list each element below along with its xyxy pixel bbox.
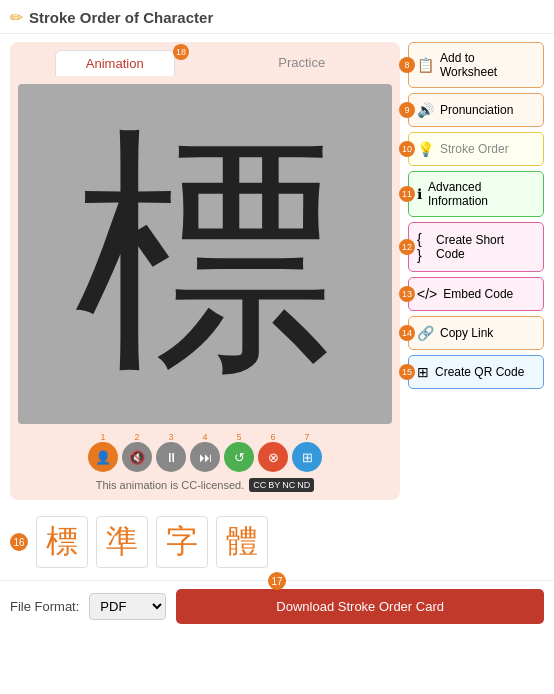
ctrl-number-2: 2 [134, 432, 139, 442]
ctrl-col-4: 4 ⏭ [190, 432, 220, 472]
advanced-label: Advanced Information [428, 180, 535, 208]
badge-15: 15 [399, 364, 415, 380]
page-header: ✏ Stroke Order of Character [0, 0, 554, 34]
ctrl-col-3: 3 ⏸ [156, 432, 186, 472]
ctrl-number-6: 6 [270, 432, 275, 442]
mute-icon: 🔇 [129, 450, 145, 465]
badge-8: 8 [399, 57, 415, 73]
ctrl-btn-fullscreen[interactable]: ⊞ [292, 442, 322, 472]
tabs-container: Animation Practice 18 [18, 50, 392, 76]
ctrl-btn-pause[interactable]: ⏸ [156, 442, 186, 472]
badge-12: 12 [399, 239, 415, 255]
download-section: 17 File Format: PDF PNG SVG Download Str… [0, 580, 554, 634]
char-variant-1[interactable]: 準 [96, 516, 148, 568]
pronunciation-icon: 🔊 [417, 102, 434, 118]
stop-icon: ⊗ [268, 450, 279, 465]
advanced-info-button[interactable]: 11 ℹ Advanced Information [408, 171, 544, 217]
embed-code-button[interactable]: 13 </> Embed Code [408, 277, 544, 311]
stroke-order-button[interactable]: 10 💡 Stroke Order [408, 132, 544, 166]
animation-tab-badge: 18 [173, 44, 189, 60]
qr-code-label: Create QR Code [435, 365, 524, 379]
worksheet-label: Add to Worksheet [440, 51, 535, 79]
cc-by-icon: BY [268, 480, 280, 490]
cc-badge: CC BY NC ND [249, 478, 314, 492]
cc-nc-icon: NC [282, 480, 295, 490]
pause-icon: ⏸ [165, 450, 178, 465]
char-variants-section: 16 標 準 字 體 [0, 508, 554, 576]
ctrl-btn-next[interactable]: ⏭ [190, 442, 220, 472]
copy-link-label: Copy Link [440, 326, 493, 340]
cc-license: This animation is CC-licensed. CC BY NC … [18, 478, 392, 492]
ctrl-col-7: 7 ⊞ [292, 432, 322, 472]
char-variant-0[interactable]: 標 [36, 516, 88, 568]
format-select[interactable]: PDF PNG SVG [89, 593, 166, 620]
char-variant-3[interactable]: 體 [216, 516, 268, 568]
controls-row: 1 👤 2 🔇 3 ⏸ 4 ⏭ [18, 432, 392, 472]
qr-icon: ⊞ [417, 364, 429, 380]
char-variant-2[interactable]: 字 [156, 516, 208, 568]
cc-text: This animation is CC-licensed. [96, 479, 245, 491]
embed-icon: </> [417, 286, 437, 302]
tab-practice[interactable]: Practice [248, 50, 355, 76]
stroke-icon: 💡 [417, 141, 434, 157]
right-panel: 8 📋 Add to Worksheet 9 🔊 Pronunciation 1… [408, 42, 544, 500]
badge-9: 9 [399, 102, 415, 118]
pronunciation-button[interactable]: 9 🔊 Pronunciation [408, 93, 544, 127]
download-button[interactable]: Download Stroke Order Card [176, 589, 544, 624]
badge-11: 11 [399, 186, 415, 202]
advanced-icon: ℹ [417, 186, 422, 202]
next-icon: ⏭ [199, 450, 212, 465]
page-title: Stroke Order of Character [29, 9, 213, 26]
pencil-icon: ✏ [10, 8, 23, 27]
tab-animation[interactable]: Animation [55, 50, 175, 76]
create-short-code-button[interactable]: 12 { } Create Short Code [408, 222, 544, 272]
badge-14: 14 [399, 325, 415, 341]
pronunciation-label: Pronunciation [440, 103, 513, 117]
embed-label: Embed Code [443, 287, 513, 301]
shortcode-label: Create Short Code [436, 233, 535, 261]
add-to-worksheet-button[interactable]: 8 📋 Add to Worksheet [408, 42, 544, 88]
cc-nd-icon: ND [297, 480, 310, 490]
download-row: File Format: PDF PNG SVG Download Stroke… [10, 589, 544, 624]
cc-icon: CC [253, 480, 266, 490]
file-format-label: File Format: [10, 599, 79, 614]
character-display: 標 [75, 124, 335, 384]
ctrl-col-2: 2 🔇 [122, 432, 152, 472]
ctrl-btn-mute[interactable]: 🔇 [122, 442, 152, 472]
ctrl-number-5: 5 [236, 432, 241, 442]
worksheet-icon: 📋 [417, 57, 434, 73]
ctrl-col-1: 1 👤 [88, 432, 118, 472]
variant-badge: 16 [10, 533, 28, 551]
ctrl-number-4: 4 [202, 432, 207, 442]
fullscreen-icon: ⊞ [302, 450, 313, 465]
stroke-order-label: Stroke Order [440, 142, 509, 156]
download-badge: 17 [268, 572, 286, 590]
link-icon: 🔗 [417, 325, 434, 341]
speed-icon: 👤 [95, 450, 111, 465]
ctrl-btn-loop[interactable]: ↺ [224, 442, 254, 472]
create-qr-code-button[interactable]: 15 ⊞ Create QR Code [408, 355, 544, 389]
shortcode-icon: { } [417, 231, 430, 263]
badge-10: 10 [399, 141, 415, 157]
ctrl-btn-stop[interactable]: ⊗ [258, 442, 288, 472]
badge-13: 13 [399, 286, 415, 302]
loop-icon: ↺ [234, 450, 245, 465]
ctrl-btn-speed[interactable]: 👤 [88, 442, 118, 472]
ctrl-number-7: 7 [304, 432, 309, 442]
ctrl-col-6: 6 ⊗ [258, 432, 288, 472]
ctrl-col-5: 5 ↺ [224, 432, 254, 472]
main-content: Animation Practice 18 標 1 👤 2 🔇 [0, 34, 554, 508]
left-panel: Animation Practice 18 標 1 👤 2 🔇 [10, 42, 400, 500]
ctrl-number-3: 3 [168, 432, 173, 442]
ctrl-number-1: 1 [100, 432, 105, 442]
animation-area: 標 [18, 84, 392, 424]
copy-link-button[interactable]: 14 🔗 Copy Link [408, 316, 544, 350]
